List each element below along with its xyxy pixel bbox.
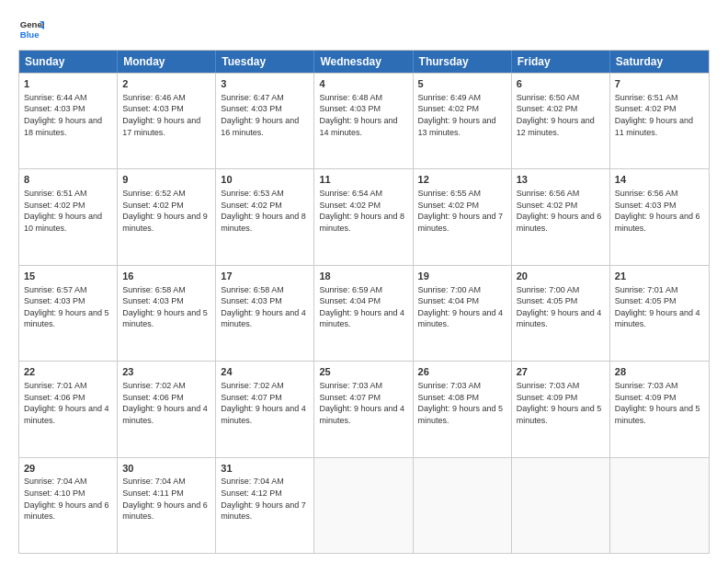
day-cell-12: 12Sunrise: 6:55 AM Sunset: 4:02 PM Dayli… bbox=[414, 169, 512, 264]
empty-cell bbox=[414, 458, 512, 553]
cell-info: Sunrise: 6:44 AM Sunset: 4:03 PM Dayligh… bbox=[24, 92, 112, 138]
day-number: 18 bbox=[319, 270, 407, 283]
header: General Blue bbox=[18, 17, 710, 42]
day-number: 2 bbox=[122, 77, 210, 91]
cell-info: Sunrise: 6:54 AM Sunset: 4:02 PM Dayligh… bbox=[319, 188, 407, 234]
week-row-5: 29Sunrise: 7:04 AM Sunset: 4:10 PM Dayli… bbox=[19, 457, 709, 553]
cell-info: Sunrise: 7:04 AM Sunset: 4:11 PM Dayligh… bbox=[122, 476, 210, 522]
cell-info: Sunrise: 7:01 AM Sunset: 4:06 PM Dayligh… bbox=[24, 380, 112, 426]
cell-info: Sunrise: 7:03 AM Sunset: 4:09 PM Dayligh… bbox=[615, 380, 704, 426]
day-cell-28: 28Sunrise: 7:03 AM Sunset: 4:09 PM Dayli… bbox=[610, 362, 709, 456]
cell-info: Sunrise: 6:47 AM Sunset: 4:03 PM Dayligh… bbox=[221, 92, 309, 138]
day-number: 16 bbox=[122, 270, 210, 283]
cell-info: Sunrise: 6:58 AM Sunset: 4:03 PM Dayligh… bbox=[221, 284, 309, 330]
day-number: 6 bbox=[517, 77, 605, 91]
cell-info: Sunrise: 6:58 AM Sunset: 4:03 PM Dayligh… bbox=[122, 284, 210, 330]
cell-info: Sunrise: 7:00 AM Sunset: 4:05 PM Dayligh… bbox=[517, 284, 605, 330]
cell-info: Sunrise: 6:49 AM Sunset: 4:02 PM Dayligh… bbox=[418, 92, 506, 138]
day-number: 4 bbox=[319, 77, 407, 91]
calendar: SundayMondayTuesdayWednesdayThursdayFrid… bbox=[18, 50, 710, 554]
day-number: 17 bbox=[221, 270, 309, 283]
cell-info: Sunrise: 7:01 AM Sunset: 4:05 PM Dayligh… bbox=[615, 284, 704, 330]
day-number: 5 bbox=[418, 77, 506, 91]
week-row-2: 8Sunrise: 6:51 AM Sunset: 4:02 PM Daylig… bbox=[19, 168, 709, 264]
day-number: 31 bbox=[221, 462, 309, 476]
empty-cell bbox=[314, 458, 413, 553]
empty-cell bbox=[512, 458, 610, 553]
day-number: 26 bbox=[418, 365, 506, 379]
cell-info: Sunrise: 6:56 AM Sunset: 4:02 PM Dayligh… bbox=[517, 188, 605, 234]
cell-info: Sunrise: 7:00 AM Sunset: 4:04 PM Dayligh… bbox=[418, 284, 506, 330]
day-number: 19 bbox=[418, 270, 506, 283]
cell-info: Sunrise: 6:59 AM Sunset: 4:04 PM Dayligh… bbox=[319, 284, 407, 330]
page: General Blue SundayMondayTuesdayWednesda… bbox=[0, 0, 728, 563]
day-number: 15 bbox=[24, 270, 112, 283]
day-number: 10 bbox=[221, 173, 309, 187]
cell-info: Sunrise: 7:04 AM Sunset: 4:12 PM Dayligh… bbox=[221, 476, 309, 522]
day-cell-5: 5Sunrise: 6:49 AM Sunset: 4:02 PM Daylig… bbox=[414, 74, 512, 168]
day-cell-2: 2Sunrise: 6:46 AM Sunset: 4:03 PM Daylig… bbox=[118, 74, 216, 168]
day-number: 12 bbox=[418, 173, 506, 187]
day-cell-7: 7Sunrise: 6:51 AM Sunset: 4:02 PM Daylig… bbox=[610, 74, 709, 168]
day-number: 7 bbox=[615, 77, 704, 91]
cell-info: Sunrise: 6:52 AM Sunset: 4:02 PM Dayligh… bbox=[122, 188, 210, 234]
header-cell-tuesday: Tuesday bbox=[216, 51, 314, 73]
day-number: 30 bbox=[122, 462, 210, 476]
day-cell-9: 9Sunrise: 6:52 AM Sunset: 4:02 PM Daylig… bbox=[118, 169, 216, 264]
day-number: 11 bbox=[319, 173, 407, 187]
cell-info: Sunrise: 7:03 AM Sunset: 4:07 PM Dayligh… bbox=[319, 380, 407, 426]
day-cell-15: 15Sunrise: 6:57 AM Sunset: 4:03 PM Dayli… bbox=[19, 266, 118, 361]
day-number: 14 bbox=[615, 173, 704, 187]
svg-text:General: General bbox=[20, 19, 44, 29]
day-cell-18: 18Sunrise: 6:59 AM Sunset: 4:04 PM Dayli… bbox=[314, 266, 413, 361]
day-cell-4: 4Sunrise: 6:48 AM Sunset: 4:03 PM Daylig… bbox=[314, 74, 413, 168]
day-number: 21 bbox=[615, 270, 704, 283]
cell-info: Sunrise: 7:02 AM Sunset: 4:06 PM Dayligh… bbox=[122, 380, 210, 426]
day-cell-3: 3Sunrise: 6:47 AM Sunset: 4:03 PM Daylig… bbox=[216, 74, 314, 168]
day-cell-10: 10Sunrise: 6:53 AM Sunset: 4:02 PM Dayli… bbox=[216, 169, 314, 264]
day-cell-26: 26Sunrise: 7:03 AM Sunset: 4:08 PM Dayli… bbox=[414, 362, 512, 456]
day-number: 9 bbox=[122, 173, 210, 187]
day-cell-13: 13Sunrise: 6:56 AM Sunset: 4:02 PM Dayli… bbox=[512, 169, 610, 264]
day-number: 3 bbox=[221, 77, 309, 91]
day-number: 22 bbox=[24, 365, 112, 379]
day-cell-11: 11Sunrise: 6:54 AM Sunset: 4:02 PM Dayli… bbox=[314, 169, 413, 264]
day-cell-14: 14Sunrise: 6:56 AM Sunset: 4:03 PM Dayli… bbox=[610, 169, 709, 264]
day-cell-8: 8Sunrise: 6:51 AM Sunset: 4:02 PM Daylig… bbox=[19, 169, 118, 264]
day-number: 25 bbox=[319, 365, 407, 379]
day-cell-19: 19Sunrise: 7:00 AM Sunset: 4:04 PM Dayli… bbox=[414, 266, 512, 361]
day-cell-22: 22Sunrise: 7:01 AM Sunset: 4:06 PM Dayli… bbox=[19, 362, 118, 456]
week-row-4: 22Sunrise: 7:01 AM Sunset: 4:06 PM Dayli… bbox=[19, 361, 709, 456]
day-cell-6: 6Sunrise: 6:50 AM Sunset: 4:02 PM Daylig… bbox=[512, 74, 610, 168]
day-cell-1: 1Sunrise: 6:44 AM Sunset: 4:03 PM Daylig… bbox=[19, 74, 118, 168]
day-cell-20: 20Sunrise: 7:00 AM Sunset: 4:05 PM Dayli… bbox=[512, 266, 610, 361]
day-number: 1 bbox=[24, 77, 112, 91]
day-cell-17: 17Sunrise: 6:58 AM Sunset: 4:03 PM Dayli… bbox=[216, 266, 314, 361]
cell-info: Sunrise: 7:03 AM Sunset: 4:09 PM Dayligh… bbox=[517, 380, 605, 426]
calendar-header: SundayMondayTuesdayWednesdayThursdayFrid… bbox=[19, 51, 709, 73]
day-cell-29: 29Sunrise: 7:04 AM Sunset: 4:10 PM Dayli… bbox=[19, 458, 118, 553]
cell-info: Sunrise: 6:46 AM Sunset: 4:03 PM Dayligh… bbox=[122, 92, 210, 138]
day-number: 29 bbox=[24, 462, 112, 476]
week-row-3: 15Sunrise: 6:57 AM Sunset: 4:03 PM Dayli… bbox=[19, 265, 709, 361]
cell-info: Sunrise: 7:04 AM Sunset: 4:10 PM Dayligh… bbox=[24, 476, 112, 522]
cell-info: Sunrise: 6:51 AM Sunset: 4:02 PM Dayligh… bbox=[24, 188, 112, 234]
empty-cell bbox=[610, 458, 709, 553]
header-cell-sunday: Sunday bbox=[19, 51, 118, 73]
svg-text:Blue: Blue bbox=[20, 29, 40, 40]
day-number: 20 bbox=[517, 270, 605, 283]
day-number: 27 bbox=[517, 365, 605, 379]
header-cell-thursday: Thursday bbox=[414, 51, 512, 73]
calendar-body: 1Sunrise: 6:44 AM Sunset: 4:03 PM Daylig… bbox=[19, 73, 709, 553]
header-cell-wednesday: Wednesday bbox=[314, 51, 413, 73]
cell-info: Sunrise: 6:50 AM Sunset: 4:02 PM Dayligh… bbox=[517, 92, 605, 138]
cell-info: Sunrise: 7:03 AM Sunset: 4:08 PM Dayligh… bbox=[418, 380, 506, 426]
day-number: 8 bbox=[24, 173, 112, 187]
cell-info: Sunrise: 6:48 AM Sunset: 4:03 PM Dayligh… bbox=[319, 92, 407, 138]
cell-info: Sunrise: 6:56 AM Sunset: 4:03 PM Dayligh… bbox=[615, 188, 704, 234]
logo: General Blue bbox=[18, 17, 48, 42]
day-cell-27: 27Sunrise: 7:03 AM Sunset: 4:09 PM Dayli… bbox=[512, 362, 610, 456]
day-cell-24: 24Sunrise: 7:02 AM Sunset: 4:07 PM Dayli… bbox=[216, 362, 314, 456]
cell-info: Sunrise: 6:51 AM Sunset: 4:02 PM Dayligh… bbox=[615, 92, 704, 138]
day-cell-23: 23Sunrise: 7:02 AM Sunset: 4:06 PM Dayli… bbox=[118, 362, 216, 456]
